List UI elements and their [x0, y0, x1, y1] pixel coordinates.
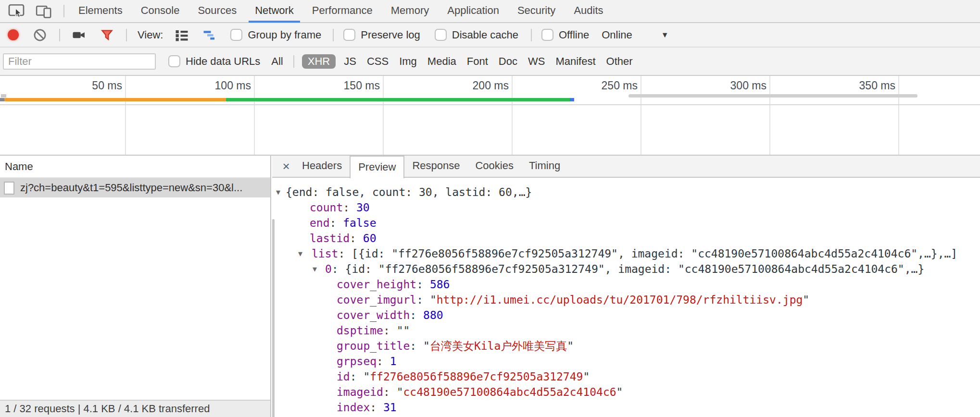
preserve-log-checkbox[interactable]: Preserve log	[343, 29, 420, 41]
detail-tab-response[interactable]: Response	[404, 155, 467, 177]
request-row-selected[interactable]: zj?ch=beauty&t1=595&listtype=new&sn=30&l…	[0, 178, 270, 197]
json-text: :	[410, 309, 423, 321]
detail-tab-timing[interactable]: Timing	[521, 155, 568, 177]
tab-label: Audits	[574, 4, 603, 16]
request-details-panel: × HeadersPreviewResponseCookiesTiming ▼{…	[272, 156, 980, 417]
network-split-view: Name zj?ch=beauty&t1=595&listtype=new&sn…	[0, 155, 980, 417]
filter-type-ws[interactable]: WS	[523, 55, 550, 68]
json-quote: "	[363, 370, 370, 383]
preview-tree-row[interactable]: cover_imgurl: "http://i1.umei.cc/uploads…	[272, 292, 980, 307]
expand-arrow-icon[interactable]: ▼	[298, 246, 302, 261]
preview-tree-row[interactable]: lastid: 60	[272, 231, 980, 246]
preview-tree-row[interactable]: cover_width: 880	[272, 307, 980, 323]
preview-tree-row[interactable]: ▼list: [{id: "ff276e8056f58896e7cf92505a…	[272, 246, 980, 261]
screenshot-camera-icon[interactable]	[72, 28, 86, 42]
file-icon	[4, 182, 14, 195]
checkbox[interactable]	[541, 29, 553, 41]
throttling-select[interactable]: Online	[602, 29, 632, 41]
expand-arrow-icon[interactable]: ▼	[276, 184, 280, 200]
preview-tree-row[interactable]: ▼0: {id: "ff276e8056f58896e7cf92505a3127…	[272, 261, 980, 277]
preview-tree-row[interactable]: id: "ff276e8056f58896e7cf92505a312749"	[272, 369, 980, 384]
checkbox-label: Disable cache	[452, 29, 518, 41]
json-text: :	[416, 278, 430, 291]
preview-tree-row[interactable]: dsptime: ""	[272, 323, 980, 338]
tab-security[interactable]: Security	[508, 0, 565, 23]
checkbox[interactable]	[435, 29, 447, 41]
network-overview[interactable]: 50 ms100 ms150 ms200 ms250 ms300 ms350 m…	[0, 76, 980, 155]
preview-tree-row[interactable]: pictotal: 30	[272, 415, 980, 417]
detail-tab-label: Preview	[358, 161, 396, 173]
filter-type-img[interactable]: Img	[394, 55, 422, 68]
filter-type-other[interactable]: Other	[601, 55, 638, 68]
detail-tab-preview[interactable]: Preview	[350, 156, 404, 178]
expand-arrow-icon[interactable]: ▼	[313, 261, 317, 277]
preview-tree-row[interactable]: count: 30	[272, 200, 980, 215]
tab-network[interactable]: Network	[246, 0, 303, 23]
hide-data-urls-checkbox[interactable]: Hide data URLs	[168, 55, 260, 68]
tab-performance[interactable]: Performance	[303, 0, 382, 23]
detail-tab-label: Cookies	[475, 159, 513, 172]
preview-tree-row[interactable]: ▼{end: false, count: 30, lastid: 60,…}	[272, 184, 980, 200]
list-view-icon[interactable]	[175, 28, 189, 42]
clear-button[interactable]	[33, 28, 47, 42]
preview-tree-row[interactable]: index: 31	[272, 400, 980, 415]
checkbox[interactable]	[168, 55, 180, 67]
detail-tab-label: Response	[412, 159, 460, 172]
view-label: View:	[138, 29, 163, 41]
json-quote: ""	[397, 324, 410, 337]
preview-tree-row[interactable]: imageid: "cc48190e57100864abc4d55a2c4104…	[272, 384, 980, 400]
filter-type-all[interactable]: All	[266, 55, 288, 68]
tab-sources[interactable]: Sources	[188, 0, 246, 23]
filter-input[interactable]	[3, 53, 156, 70]
devtools-window: ElementsConsoleSourcesNetworkPerformance…	[0, 0, 980, 417]
tab-label: Console	[141, 4, 180, 16]
filter-type-doc[interactable]: Doc	[493, 55, 523, 68]
name-column-header[interactable]: Name	[0, 156, 270, 178]
detail-tab-cookies[interactable]: Cookies	[467, 155, 521, 177]
filter-type-media[interactable]: Media	[422, 55, 462, 68]
close-icon[interactable]: ×	[278, 156, 294, 177]
checkbox[interactable]	[343, 29, 355, 41]
filter-funnel-icon[interactable]	[101, 28, 113, 41]
chevron-down-icon[interactable]: ▼	[661, 31, 669, 39]
checkbox-label: Group by frame	[248, 29, 321, 41]
timeline-gridline	[512, 76, 513, 155]
disable-cache-checkbox[interactable]: Disable cache	[435, 29, 518, 41]
record-button[interactable]	[8, 29, 19, 40]
json-text: :	[416, 294, 430, 306]
detail-tab-headers[interactable]: Headers	[294, 155, 350, 177]
filter-type-manifest[interactable]: Manifest	[550, 55, 601, 68]
group-by-frame-checkbox[interactable]: Group by frame	[230, 29, 321, 41]
tab-memory[interactable]: Memory	[382, 0, 438, 23]
preview-tree-row[interactable]: group_title: "台湾美女Kila户外唯美写真"	[272, 338, 980, 354]
inspect-element-icon[interactable]	[8, 2, 25, 20]
tab-audits[interactable]: Audits	[565, 0, 612, 23]
json-quote: "	[583, 370, 590, 383]
filter-type-js[interactable]: JS	[339, 55, 362, 68]
timeline-gridline	[769, 76, 770, 155]
waterfall-view-icon[interactable]	[202, 28, 217, 42]
tab-label: Performance	[312, 4, 373, 16]
tab-application[interactable]: Application	[438, 0, 508, 23]
json-text: :	[370, 401, 383, 414]
device-toolbar-icon[interactable]	[36, 3, 52, 19]
filter-type-font[interactable]: Font	[462, 55, 493, 68]
overview-request-bar	[0, 98, 980, 101]
tab-console[interactable]: Console	[132, 0, 189, 23]
filter-type-css[interactable]: CSS	[362, 55, 394, 68]
json-quote: "	[423, 340, 430, 352]
horizontal-scrollbar-thumb[interactable]	[628, 94, 917, 98]
json-value-number: 60	[363, 232, 377, 245]
preview-tree-row[interactable]: cover_height: 586	[272, 277, 980, 292]
checkbox[interactable]	[230, 29, 242, 41]
json-text: :	[383, 324, 397, 337]
offline-checkbox[interactable]: Offline	[541, 29, 589, 41]
timeline-tick-label: 100 ms	[131, 77, 251, 94]
preview-tree-row[interactable]: end: false	[272, 215, 980, 231]
network-filter-bar: Hide data URLs All XHRJSCSSImgMediaFontD…	[0, 48, 980, 76]
waterfall-segment-marker	[570, 98, 574, 101]
timeline-tick-label: 250 ms	[517, 77, 638, 94]
tab-elements[interactable]: Elements	[69, 0, 132, 23]
filter-type-xhr[interactable]: XHR	[302, 54, 336, 69]
preview-tree-row[interactable]: grpseq: 1	[272, 354, 980, 369]
